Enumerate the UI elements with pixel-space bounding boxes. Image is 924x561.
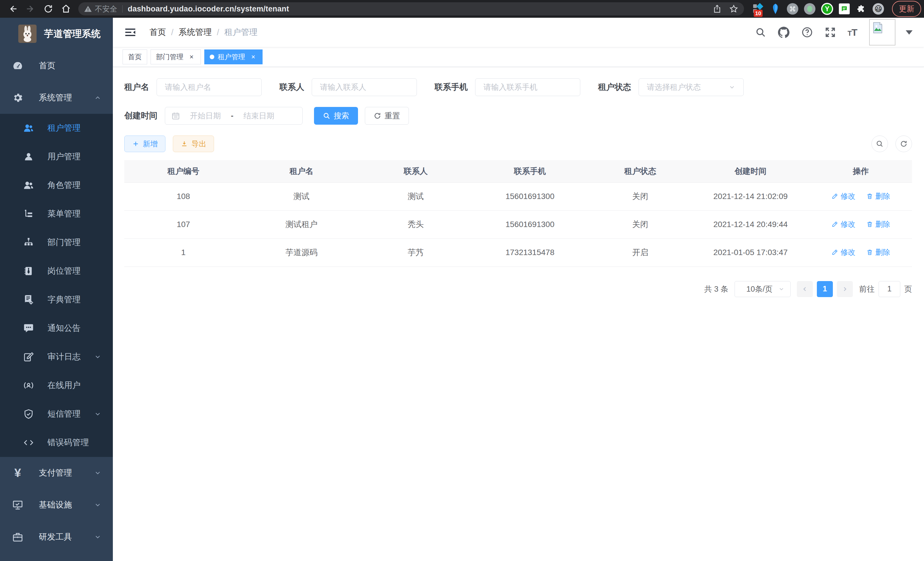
org-chart-icon [22, 236, 35, 249]
sidebar-menu: 首页 系统管理 租户管理 用户管理 角色管理 [0, 50, 113, 561]
security-warning[interactable]: 不安全 [84, 4, 117, 14]
delete-link[interactable]: 删除 [866, 247, 890, 257]
sidebar-item-label: 菜单管理 [47, 208, 81, 220]
end-date-placeholder[interactable]: 结束日期 [237, 111, 280, 121]
avatar-dropdown-caret-icon[interactable] [906, 30, 913, 35]
gear-icon [11, 92, 24, 104]
tab-dept[interactable]: 部门管理 [151, 50, 201, 64]
sidebar-item-label: 在线用户 [47, 380, 81, 391]
sidebar-item-dict[interactable]: 字典管理 [0, 285, 113, 314]
search-icon [876, 140, 884, 148]
sidebar-item-notice[interactable]: 通知公告 [0, 314, 113, 343]
share-icon[interactable] [712, 4, 722, 14]
edit-icon [831, 221, 838, 228]
sidebar-item-online-users[interactable]: 在线用户 [0, 371, 113, 400]
address-bar[interactable]: 不安全 dashboard.yudao.iocoder.cn/system/te… [78, 2, 744, 15]
search-button[interactable]: 搜索 [314, 107, 358, 125]
sidebar-item-home[interactable]: 首页 [0, 50, 113, 82]
prev-page-button[interactable] [797, 281, 813, 297]
font-size-icon[interactable]: TT [848, 27, 857, 38]
broadcast-user-icon [22, 379, 35, 392]
extension-y-icon[interactable]: Y [821, 3, 833, 15]
status-select[interactable]: 请选择租户状态 [639, 78, 744, 96]
sidebar-toggle-icon[interactable] [124, 26, 136, 38]
close-icon[interactable] [249, 53, 257, 61]
sidebar-item-infra[interactable]: 基础设施 [0, 489, 113, 521]
app-title: 芋道管理系统 [44, 27, 100, 40]
sidebar-item-label: 通知公告 [47, 323, 81, 334]
url-text[interactable]: dashboard.yudao.iocoder.cn/system/tenant [128, 5, 289, 14]
sidebar-item-dept[interactable]: 部门管理 [0, 228, 113, 257]
help-icon[interactable] [801, 27, 813, 38]
sidebar-item-dev-tools[interactable]: 研发工具 [0, 521, 113, 553]
breadcrumb-home[interactable]: 首页 [149, 27, 166, 38]
sidebar-item-pay[interactable]: ¥ 支付管理 [0, 457, 113, 489]
sidebar-item-label: 短信管理 [47, 408, 81, 420]
extension-kite-icon[interactable] [770, 3, 781, 15]
edit-link[interactable]: 修改 [831, 247, 855, 257]
export-button[interactable]: 导出 [173, 135, 214, 152]
browser-update-button[interactable]: 更新 [892, 1, 921, 17]
breadcrumb-system[interactable]: 系统管理 [178, 27, 212, 38]
tab-home[interactable]: 首页 [123, 50, 147, 64]
trash-icon [866, 193, 873, 200]
browser-forward-icon[interactable] [23, 1, 38, 17]
contact-input[interactable] [312, 78, 417, 96]
refresh-table-button[interactable] [896, 135, 912, 152]
avatar[interactable] [869, 19, 896, 45]
extension-emoji-icon[interactable]: 😃 [873, 3, 884, 15]
briefcase-icon [11, 531, 24, 543]
delete-link[interactable]: 删除 [866, 219, 890, 229]
app-logo[interactable]: 芋道管理系统 [0, 18, 113, 50]
sidebar-item-post[interactable]: 岗位管理 [0, 257, 113, 285]
sidebar-item-menu[interactable]: 菜单管理 [0, 200, 113, 228]
sidebar-item-tenant[interactable]: 租户管理 [0, 114, 113, 142]
tab-tenant[interactable]: 租户管理 [204, 50, 262, 64]
refresh-icon [374, 112, 381, 120]
create-time-label: 创建时间 [124, 110, 158, 122]
browser-chrome: 不安全 dashboard.yudao.iocoder.cn/system/te… [0, 0, 924, 18]
extension-record-icon[interactable] [804, 3, 815, 15]
sidebar-item-system[interactable]: 系统管理 [0, 82, 113, 114]
search-icon [323, 112, 330, 120]
sidebar-item-label: 错误码管理 [47, 437, 89, 448]
sidebar-item-audit-log[interactable]: 审计日志 [0, 343, 113, 371]
phone-input[interactable] [475, 78, 580, 96]
sidebar-item-role[interactable]: 角色管理 [0, 171, 113, 200]
edit-icon [831, 193, 838, 200]
page-number-button[interactable]: 1 [817, 281, 833, 297]
sidebar-item-sms[interactable]: 短信管理 [0, 400, 113, 428]
show-search-button[interactable] [872, 135, 888, 152]
start-date-placeholder[interactable]: 开始日期 [184, 111, 227, 121]
system-submenu: 租户管理 用户管理 角色管理 菜单管理 部门管理 [0, 114, 113, 457]
column-header: 创建时间 [692, 160, 810, 182]
fullscreen-icon[interactable] [825, 27, 836, 38]
chevron-down-icon [94, 410, 101, 418]
extension-boxes-icon[interactable]: 10 [753, 3, 764, 15]
close-icon[interactable] [188, 53, 195, 61]
date-range-picker[interactable]: 开始日期 - 结束日期 [165, 107, 303, 125]
reset-button[interactable]: 重置 [365, 107, 409, 125]
browser-reload-icon[interactable] [40, 1, 56, 17]
extensions-puzzle-icon[interactable] [855, 3, 867, 15]
github-icon[interactable] [778, 27, 789, 38]
goto-page-input[interactable] [879, 281, 900, 297]
breadcrumb: 首页 / 系统管理 / 租户管理 [149, 27, 257, 38]
next-page-button[interactable] [837, 281, 853, 297]
extension-command-icon[interactable] [787, 3, 798, 15]
sidebar-item-user[interactable]: 用户管理 [0, 142, 113, 171]
edit-link[interactable]: 修改 [831, 191, 855, 201]
edit-link[interactable]: 修改 [831, 219, 855, 229]
sidebar-item-error-code[interactable]: 错误码管理 [0, 428, 113, 457]
header-search-icon[interactable] [755, 27, 766, 38]
pagination: 共 3 条 10条/页 1 前往 页 [124, 281, 912, 297]
add-button[interactable]: 新增 [124, 135, 165, 152]
sidebar: 芋道管理系统 首页 系统管理 租户管理 用户管理 [0, 18, 113, 561]
browser-home-icon[interactable] [58, 1, 74, 17]
delete-link[interactable]: 删除 [866, 191, 890, 201]
extension-chat-icon[interactable] [839, 3, 850, 14]
tenant-name-input[interactable] [157, 78, 262, 96]
browser-back-icon[interactable] [5, 1, 21, 17]
bookmark-star-icon[interactable] [729, 4, 738, 14]
page-size-select[interactable]: 10条/页 [735, 281, 790, 297]
